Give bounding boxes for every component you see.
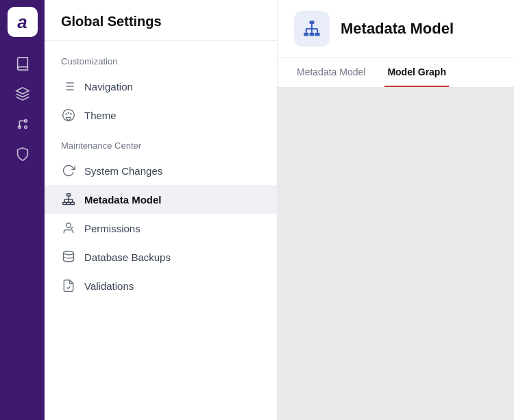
svg-point-25 — [66, 223, 71, 228]
sidebar-item-navigation[interactable]: Navigation — [45, 72, 277, 101]
sidebar-item-metadata-model-label: Metadata Model — [84, 194, 162, 206]
svg-rect-29 — [310, 33, 315, 36]
left-rail: a — [0, 0, 45, 420]
validations-icon — [61, 278, 76, 293]
svg-rect-27 — [310, 21, 315, 24]
section-label-maintenance: Maintenance Center — [45, 136, 277, 156]
svg-point-12 — [63, 110, 75, 121]
svg-point-3 — [24, 126, 27, 129]
svg-marker-0 — [16, 88, 28, 94]
sidebar-item-permissions[interactable]: Permissions — [45, 214, 277, 243]
book-nav-icon[interactable] — [10, 51, 36, 77]
layers-nav-icon[interactable] — [10, 81, 36, 107]
section-label-customization: Customization — [45, 52, 277, 72]
svg-rect-30 — [315, 33, 320, 36]
permissions-icon — [61, 221, 76, 236]
tab-model-graph[interactable]: Model Graph — [384, 58, 449, 87]
tab-metadata-model[interactable]: Metadata Model — [294, 58, 368, 87]
hierarchy-icon — [61, 192, 76, 207]
database-icon — [61, 249, 76, 264]
svg-point-14 — [68, 112, 70, 114]
sidebar-item-system-changes[interactable]: System Changes — [45, 156, 277, 185]
svg-rect-17 — [63, 202, 66, 204]
svg-rect-18 — [67, 202, 71, 204]
sidebar-item-metadata-model[interactable]: Metadata Model — [45, 185, 277, 214]
header-hierarchy-icon — [302, 19, 321, 38]
svg-point-15 — [70, 113, 72, 115]
sidebar-item-validations-label: Validations — [84, 280, 134, 292]
shield-nav-icon[interactable] — [10, 141, 36, 167]
sidebar-item-theme[interactable]: Theme — [45, 101, 277, 129]
sidebar-title: Global Settings — [45, 0, 277, 41]
logo-icon: a — [17, 12, 27, 33]
svg-rect-28 — [304, 33, 308, 36]
sidebar-item-permissions-label: Permissions — [84, 223, 140, 234]
logo[interactable]: a — [8, 7, 38, 37]
tabs-bar: Metadata Model Model Graph — [278, 58, 514, 88]
sidebar-item-validations[interactable]: Validations — [45, 271, 277, 300]
svg-rect-19 — [71, 202, 74, 204]
sidebar: Global Settings Customization Navigation… — [45, 0, 278, 420]
sidebar-body: Customization Navigation Theme Maintenan… — [45, 41, 277, 420]
list-icon — [61, 79, 76, 94]
sidebar-item-system-changes-label: System Changes — [84, 165, 162, 177]
sidebar-item-database-backups[interactable]: Database Backups — [45, 243, 277, 271]
svg-point-13 — [65, 113, 67, 115]
refresh-icon — [61, 163, 76, 178]
right-panel-title: Metadata Model — [341, 20, 454, 38]
sidebar-item-navigation-label: Navigation — [84, 81, 133, 92]
main-area: Global Settings Customization Navigation… — [45, 0, 514, 420]
svg-rect-16 — [67, 194, 71, 196]
right-panel: Metadata Model Metadata Model Model Grap… — [278, 0, 514, 420]
palette-icon — [61, 108, 76, 123]
sidebar-item-database-backups-label: Database Backups — [84, 251, 171, 263]
sidebar-item-theme-label: Theme — [84, 110, 117, 121]
right-header-icon — [294, 11, 330, 47]
right-panel-header: Metadata Model — [278, 0, 514, 58]
content-area — [278, 88, 514, 420]
analytics-nav-icon[interactable] — [10, 111, 36, 137]
svg-point-26 — [64, 251, 74, 255]
